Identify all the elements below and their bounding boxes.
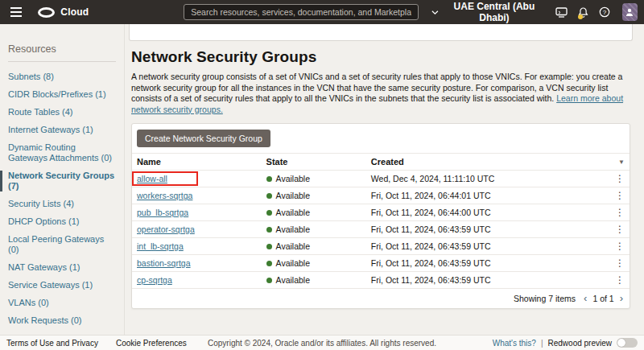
redwood-preview-label: Redwood preview	[548, 339, 613, 348]
nsg-name-link[interactable]: cp-sqrtga	[137, 275, 172, 285]
row-actions-menu-icon[interactable]: ⋮	[615, 225, 625, 233]
nsg-name-link[interactable]: workers-sqrtga	[137, 191, 192, 200]
table-row: operator-sqrtga Available Fri, Oct 11, 2…	[132, 220, 630, 237]
sidebar-item[interactable]: CIDR Blocks/Prefixes (1)	[8, 89, 116, 100]
footer-right: What's this? | Redwood preview	[493, 338, 638, 348]
created-timestamp: Fri, Oct 11, 2024, 06:44:00 UTC	[371, 208, 604, 217]
sidebar-item[interactable]: VLANs (0)	[8, 298, 116, 308]
cookie-preferences-link[interactable]: Cookie Preferences	[116, 339, 187, 348]
status-dot-icon	[266, 176, 272, 182]
status-label: Available	[276, 258, 310, 268]
divider	[8, 61, 116, 62]
whats-this-link[interactable]: What's this?	[493, 339, 536, 348]
page-description: A network security group consists of a s…	[131, 72, 630, 115]
page-title: Network Security Groups	[131, 48, 630, 66]
row-actions-menu-icon[interactable]: ⋮	[615, 191, 625, 200]
nsg-name-link[interactable]: int_lb-sqrtga	[137, 241, 184, 251]
status-dot-icon	[266, 193, 272, 199]
prev-page-icon[interactable]: ‹	[584, 294, 587, 303]
sidebar-item[interactable]: NAT Gateways (1)	[8, 262, 116, 273]
sidebar-item[interactable]: Route Tables (4)	[8, 107, 116, 117]
status-label: Available	[276, 208, 310, 217]
resources-nav: Subnets (8) CIDR Blocks/Prefixes (1) Rou…	[8, 72, 116, 333]
annotation-highlight: int_lb-sqrtga	[137, 241, 184, 251]
column-header-name[interactable]: Name	[137, 157, 266, 167]
sidebar-item[interactable]: Subnets (8)	[8, 72, 116, 82]
table-footer: Showing 7 items ‹ 1 of 1 ›	[132, 288, 630, 308]
next-page-icon[interactable]: ›	[620, 294, 623, 303]
sidebar-item[interactable]: DHCP Options (1)	[8, 216, 116, 227]
status-label: Available	[276, 224, 310, 234]
table-row: workers-sqrtga Available Fri, Oct 11, 20…	[132, 187, 630, 204]
sidebar-item[interactable]: Local Peering Gateways (0)	[8, 234, 116, 255]
status-dot-icon	[266, 278, 272, 283]
nsg-name-link[interactable]: allow-all	[137, 174, 167, 183]
status-dot-icon	[266, 244, 272, 249]
sidebar-item[interactable]: Internet Gateways (1)	[8, 125, 116, 135]
page-indicator: 1 of 1	[592, 294, 613, 303]
nsg-table: Name State Created ▼ allow-all	[132, 153, 630, 308]
created-timestamp: Fri, Oct 11, 2024, 06:43:59 UTC	[371, 275, 604, 285]
column-header-state[interactable]: State	[266, 157, 371, 167]
row-actions-menu-icon[interactable]: ⋮	[615, 175, 625, 183]
table-row: int_lb-sqrtga Available Fri, Oct 11, 202…	[132, 237, 630, 254]
created-timestamp: Fri, Oct 11, 2024, 06:43:59 UTC	[371, 258, 604, 268]
topbar-actions: UAE Central (Abu Dhabi) ?	[427, 0, 638, 27]
table-row: pub_lb-sqrtga Available Fri, Oct 11, 202…	[132, 204, 630, 220]
annotation-highlight: operator-sqrtga	[137, 224, 195, 234]
search-bar	[184, 4, 419, 20]
sidebar-item[interactable]: Network Security Groups (7)	[0, 171, 116, 191]
create-nsg-button[interactable]: Create Network Security Group	[137, 130, 270, 147]
footer-separator: |	[541, 339, 543, 348]
sidebar-item[interactable]: Dynamic Routing Gateways Attachments (0)	[8, 142, 116, 163]
search-input[interactable]	[184, 4, 419, 20]
status-label: Available	[276, 241, 310, 251]
status-label: Available	[276, 275, 310, 285]
nsg-name-link[interactable]: pub_lb-sqrtga	[137, 208, 188, 217]
brand-label: Cloud	[60, 6, 89, 18]
help-icon[interactable]: ?	[596, 2, 614, 23]
cloud-shell-icon[interactable]	[552, 2, 571, 23]
oci-console-window: Cloud UAE Central (Abu Dhabi) ?	[0, 0, 644, 350]
created-timestamp: Wed, Dec 4, 2024, 11:11:10 UTC	[371, 174, 604, 183]
sort-caret-icon[interactable]: ▼	[618, 159, 625, 166]
brand-logo[interactable]: Cloud	[38, 6, 89, 18]
svg-text:?: ?	[603, 9, 607, 16]
column-header-created[interactable]: Created	[371, 157, 604, 167]
description-text: A network security group consists of a s…	[131, 72, 622, 103]
table-body: allow-all Available Wed, Dec 4, 2024, 11…	[132, 170, 630, 288]
created-timestamp: Fri, Oct 11, 2024, 06:43:59 UTC	[371, 241, 604, 251]
annotation-highlight: workers-sqrtga	[137, 191, 192, 200]
table-row: allow-all Available Wed, Dec 4, 2024, 11…	[132, 170, 630, 187]
nsg-list-card: Create Network Security Group Name State…	[131, 123, 630, 309]
redwood-preview-toggle[interactable]	[617, 338, 638, 348]
table-row: cp-sqrtga Available Fri, Oct 11, 2024, 0…	[132, 271, 630, 288]
status-dot-icon	[266, 261, 272, 266]
user-avatar-icon[interactable]	[622, 3, 638, 21]
sidebar-item[interactable]: Work Requests (0)	[8, 315, 116, 326]
nsg-name-link[interactable]: bastion-sqrtga	[137, 258, 191, 268]
row-actions-menu-icon[interactable]: ⋮	[615, 208, 625, 216]
region-selector[interactable]: UAE Central (Abu Dhabi)	[427, 0, 549, 27]
items-summary: Showing 7 items	[514, 294, 576, 303]
topbar: Cloud UAE Central (Abu Dhabi) ?	[0, 0, 644, 24]
sidebar: Resources Subnets (8) CIDR Blocks/Prefix…	[0, 24, 125, 335]
region-label: UAE Central (Abu Dhabi)	[444, 1, 544, 23]
status-dot-icon	[266, 210, 272, 216]
annotation-highlight: cp-sqrtga	[137, 275, 172, 285]
resources-title: Resources	[8, 43, 116, 55]
row-actions-menu-icon[interactable]: ⋮	[615, 276, 625, 284]
notifications-bell-icon[interactable]	[574, 2, 592, 23]
notification-badge	[578, 14, 583, 19]
status-label: Available	[276, 191, 310, 200]
footer: Terms of Use and Privacy Cookie Preferen…	[0, 335, 644, 350]
annotation-highlight: allow-all	[132, 171, 198, 186]
sidebar-item[interactable]: Service Gateways (1)	[8, 280, 116, 290]
row-actions-menu-icon[interactable]: ⋮	[615, 259, 625, 267]
nsg-name-link[interactable]: operator-sqrtga	[137, 224, 195, 234]
terms-link[interactable]: Terms of Use and Privacy	[6, 339, 98, 348]
hamburger-menu-icon[interactable]	[6, 3, 25, 21]
sidebar-item[interactable]: Security Lists (4)	[8, 199, 116, 209]
row-actions-menu-icon[interactable]: ⋮	[615, 242, 625, 250]
pagination: ‹ 1 of 1 ›	[584, 294, 623, 303]
